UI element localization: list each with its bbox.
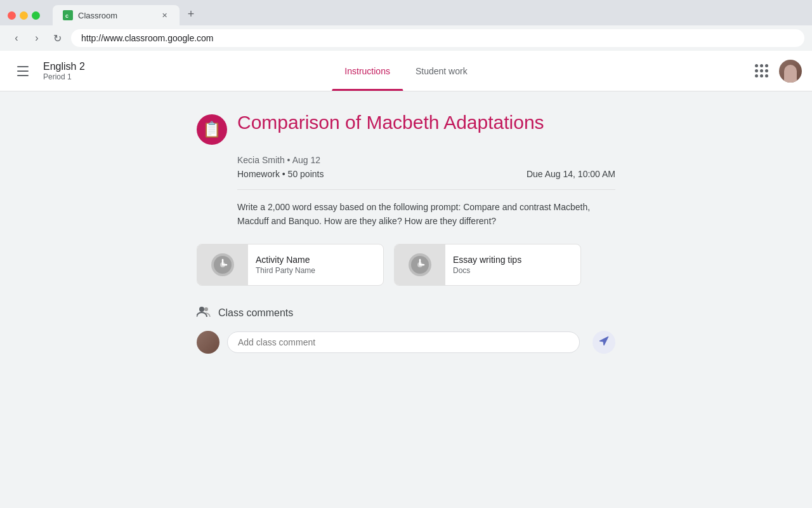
comments-section: Class comments: [197, 306, 615, 354]
tab-favicon: c: [63, 10, 73, 20]
app: English 2 Period 1 Instructions Student …: [0, 51, 812, 507]
back-button[interactable]: ‹: [8, 29, 25, 47]
close-window-button[interactable]: [8, 11, 16, 20]
svg-point-6: [199, 307, 204, 312]
avatar-image: [779, 60, 802, 83]
apps-button[interactable]: [749, 58, 774, 84]
people-icon: [197, 306, 211, 321]
class-name: English 2: [43, 61, 85, 72]
nav-tabs: Instructions Student work: [332, 51, 480, 91]
svg-point-3: [220, 262, 225, 267]
grid-dots-icon: [755, 64, 768, 77]
attachments: Activity Name Third Party Name: [197, 244, 615, 286]
assignment-icon: 📋: [197, 114, 227, 145]
attachment-type-1: Third Party Name: [256, 266, 315, 275]
svg-point-5: [417, 262, 422, 267]
date: Aug 12: [292, 155, 320, 165]
tab-student-work[interactable]: Student work: [403, 51, 480, 91]
comment-input-wrapper[interactable]: [227, 331, 580, 353]
class-info: English 2 Period 1: [43, 61, 85, 81]
comments-header: Class comments: [197, 306, 615, 321]
points-text: Homework • 50 points: [237, 169, 324, 179]
clipboard-icon: 📋: [202, 121, 221, 138]
commenter-avatar: [197, 331, 219, 354]
menu-line: [17, 70, 29, 72]
points-due: Homework • 50 points Due Aug 14, 10:00 A…: [237, 169, 615, 179]
new-tab-button[interactable]: +: [182, 5, 200, 23]
tab-instructions[interactable]: Instructions: [332, 51, 403, 91]
attachment-info-1: Activity Name Third Party Name: [248, 250, 323, 280]
nav-buttons: ‹ › ↻: [8, 29, 66, 47]
content-wrapper: 📋 Comparison of Macbeth Adaptations Keci…: [184, 112, 628, 354]
points-separator: •: [282, 169, 288, 179]
comment-input-area: [197, 331, 615, 354]
traffic-lights: [8, 11, 40, 20]
assignment-title: Comparison of Macbeth Adaptations: [237, 112, 544, 133]
url-bar[interactable]: http://www.classroom.google.com: [71, 29, 804, 47]
top-nav: English 2 Period 1 Instructions Student …: [0, 51, 812, 91]
svg-text:c: c: [65, 13, 69, 18]
attachment-info-2: Essay writing tips Docs: [445, 250, 529, 280]
address-bar: ‹ › ↻ http://www.classroom.google.com: [0, 25, 812, 51]
attachment-card-2[interactable]: Essay writing tips Docs: [394, 244, 581, 286]
attachment-thumb-icon-2: [409, 253, 431, 276]
nav-right: [749, 58, 802, 84]
author-date: Kecia Smith • Aug 12: [237, 155, 615, 165]
menu-button[interactable]: [10, 58, 36, 84]
main-content: 📋 Comparison of Macbeth Adaptations Keci…: [0, 91, 812, 507]
comments-title: Class comments: [218, 307, 293, 319]
attachment-card-1[interactable]: Activity Name Third Party Name: [197, 244, 384, 286]
maximize-window-button[interactable]: [32, 11, 40, 20]
close-tab-button[interactable]: ✕: [159, 10, 169, 20]
browser-tab[interactable]: c Classroom ✕: [53, 5, 180, 25]
divider: [237, 189, 615, 190]
forward-button[interactable]: ›: [28, 29, 46, 47]
menu-line: [17, 66, 29, 67]
attachment-name-1: Activity Name: [256, 255, 315, 265]
minimize-window-button[interactable]: [20, 11, 28, 20]
send-icon: [598, 335, 610, 349]
due-text: Due Aug 14, 10:00 AM: [527, 169, 615, 179]
attachment-thumbnail-2: [395, 244, 445, 285]
assignment-header: 📋 Comparison of Macbeth Adaptations: [197, 112, 615, 145]
attachment-thumb-icon-1: [211, 253, 234, 276]
tab-bar: c Classroom ✕ +: [53, 5, 200, 25]
svg-point-7: [204, 307, 208, 311]
attachment-name-2: Essay writing tips: [453, 255, 521, 265]
date-separator: •: [287, 155, 292, 165]
class-period: Period 1: [43, 72, 85, 81]
author: Kecia Smith: [237, 155, 285, 165]
commenter-avatar-img: [197, 331, 219, 354]
user-silhouette: [784, 65, 797, 83]
send-comment-button[interactable]: [593, 331, 615, 354]
browser-chrome: c Classroom ✕ + ‹ › ↻ http://www.classro…: [0, 0, 812, 51]
menu-line: [17, 75, 29, 76]
assignment-description: Write a 2,000 word essay based on the fo…: [237, 200, 615, 229]
tab-title: Classroom: [78, 11, 154, 20]
user-avatar[interactable]: [779, 60, 802, 83]
refresh-button[interactable]: ↻: [48, 29, 66, 47]
attachment-thumbnail-1: [197, 244, 248, 285]
comment-input[interactable]: [238, 337, 569, 347]
attachment-type-2: Docs: [453, 266, 521, 275]
meta-info: Kecia Smith • Aug 12 Homework • 50 point…: [237, 155, 615, 229]
